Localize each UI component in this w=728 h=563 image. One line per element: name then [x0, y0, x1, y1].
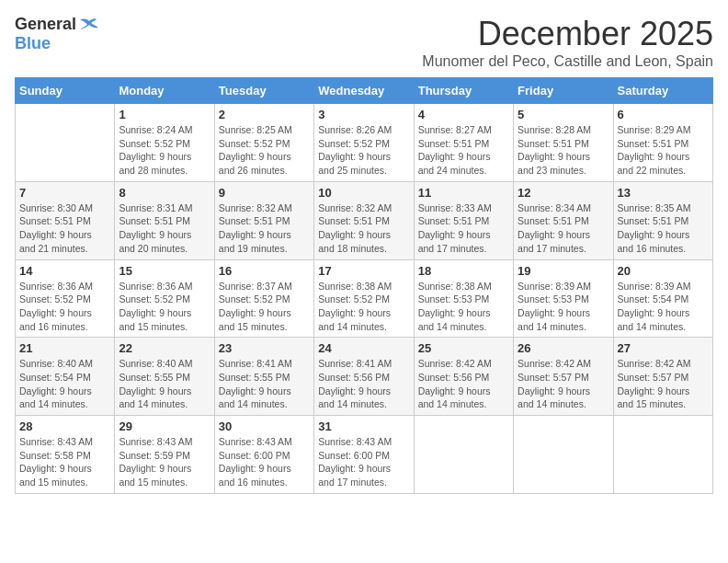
calendar-header-row: SundayMondayTuesdayWednesdayThursdayFrid…	[16, 78, 713, 104]
day-number: 27	[618, 341, 709, 355]
location-subtitle: Munomer del Peco, Castille and Leon, Spa…	[422, 53, 713, 70]
day-info: Sunrise: 8:42 AM Sunset: 5:56 PM Dayligh…	[418, 357, 509, 411]
calendar-week-2: 7Sunrise: 8:30 AM Sunset: 5:51 PM Daylig…	[16, 181, 713, 259]
calendar-cell: 1Sunrise: 8:24 AM Sunset: 5:52 PM Daylig…	[115, 104, 214, 182]
calendar-cell: 16Sunrise: 8:37 AM Sunset: 5:52 PM Dayli…	[214, 259, 313, 338]
day-info: Sunrise: 8:37 AM Sunset: 5:52 PM Dayligh…	[219, 280, 310, 334]
header-monday: Monday	[115, 78, 214, 104]
calendar-week-4: 21Sunrise: 8:40 AM Sunset: 5:54 PM Dayli…	[16, 338, 713, 416]
calendar-cell: 24Sunrise: 8:41 AM Sunset: 5:56 PM Dayli…	[314, 338, 414, 416]
calendar-cell: 11Sunrise: 8:33 AM Sunset: 5:51 PM Dayli…	[414, 181, 513, 259]
logo-bird-icon	[78, 17, 100, 32]
calendar-cell: 25Sunrise: 8:42 AM Sunset: 5:56 PM Dayli…	[414, 338, 513, 416]
day-number: 10	[318, 186, 409, 200]
calendar-cell: 15Sunrise: 8:36 AM Sunset: 5:52 PM Dayli…	[115, 259, 214, 338]
day-info: Sunrise: 8:43 AM Sunset: 6:00 PM Dayligh…	[219, 435, 310, 489]
day-number: 17	[318, 264, 409, 278]
day-info: Sunrise: 8:43 AM Sunset: 6:00 PM Dayligh…	[318, 435, 409, 489]
day-number: 21	[19, 341, 110, 355]
day-info: Sunrise: 8:40 AM Sunset: 5:55 PM Dayligh…	[119, 357, 210, 411]
day-info: Sunrise: 8:32 AM Sunset: 5:51 PM Dayligh…	[318, 201, 409, 256]
day-info: Sunrise: 8:30 AM Sunset: 5:51 PM Dayligh…	[19, 201, 110, 256]
day-number: 3	[318, 108, 409, 121]
calendar-cell	[414, 416, 513, 494]
day-number: 13	[618, 186, 709, 200]
calendar-week-1: 1Sunrise: 8:24 AM Sunset: 5:52 PM Daylig…	[16, 104, 713, 182]
day-info: Sunrise: 8:43 AM Sunset: 5:58 PM Dayligh…	[19, 435, 110, 489]
calendar-cell: 26Sunrise: 8:42 AM Sunset: 5:57 PM Dayli…	[514, 338, 613, 416]
calendar-cell: 7Sunrise: 8:30 AM Sunset: 5:51 PM Daylig…	[16, 181, 115, 259]
calendar-cell: 27Sunrise: 8:42 AM Sunset: 5:57 PM Dayli…	[613, 338, 712, 416]
day-info: Sunrise: 8:36 AM Sunset: 5:52 PM Dayligh…	[19, 280, 110, 334]
day-info: Sunrise: 8:31 AM Sunset: 5:51 PM Dayligh…	[119, 201, 210, 256]
day-info: Sunrise: 8:41 AM Sunset: 5:56 PM Dayligh…	[318, 357, 409, 411]
calendar-cell	[16, 104, 115, 182]
day-number: 31	[318, 419, 409, 433]
day-number: 6	[618, 108, 709, 121]
day-number: 28	[19, 419, 110, 433]
day-number: 20	[618, 264, 709, 278]
day-info: Sunrise: 8:39 AM Sunset: 5:53 PM Dayligh…	[518, 280, 609, 334]
day-info: Sunrise: 8:29 AM Sunset: 5:51 PM Dayligh…	[618, 123, 709, 178]
calendar-cell: 5Sunrise: 8:28 AM Sunset: 5:51 PM Daylig…	[514, 104, 613, 182]
day-number: 1	[119, 108, 210, 121]
day-number: 7	[19, 186, 110, 200]
day-number: 25	[418, 341, 509, 355]
calendar-cell: 13Sunrise: 8:35 AM Sunset: 5:51 PM Dayli…	[613, 181, 712, 259]
day-number: 16	[219, 264, 310, 278]
day-info: Sunrise: 8:24 AM Sunset: 5:52 PM Dayligh…	[119, 123, 210, 178]
day-number: 22	[119, 341, 210, 355]
header-sunday: Sunday	[16, 78, 115, 104]
day-info: Sunrise: 8:32 AM Sunset: 5:51 PM Dayligh…	[219, 201, 310, 256]
day-number: 12	[518, 186, 609, 200]
day-number: 8	[119, 186, 210, 200]
calendar-cell	[613, 416, 712, 494]
day-info: Sunrise: 8:33 AM Sunset: 5:51 PM Dayligh…	[418, 201, 509, 256]
logo: General Blue	[15, 15, 100, 53]
day-number: 4	[418, 108, 509, 121]
calendar-cell: 23Sunrise: 8:41 AM Sunset: 5:55 PM Dayli…	[214, 338, 313, 416]
header-friday: Friday	[514, 78, 613, 104]
header-saturday: Saturday	[613, 78, 712, 104]
day-number: 24	[318, 341, 409, 355]
day-info: Sunrise: 8:43 AM Sunset: 5:59 PM Dayligh…	[119, 435, 210, 489]
header: General Blue December 2025 Munomer del P…	[15, 15, 713, 70]
day-info: Sunrise: 8:38 AM Sunset: 5:52 PM Dayligh…	[318, 280, 409, 334]
day-number: 23	[219, 341, 310, 355]
calendar-cell: 4Sunrise: 8:27 AM Sunset: 5:51 PM Daylig…	[414, 104, 513, 182]
calendar-cell: 12Sunrise: 8:34 AM Sunset: 5:51 PM Dayli…	[514, 181, 613, 259]
day-info: Sunrise: 8:34 AM Sunset: 5:51 PM Dayligh…	[518, 201, 609, 256]
day-info: Sunrise: 8:42 AM Sunset: 5:57 PM Dayligh…	[618, 357, 709, 411]
header-tuesday: Tuesday	[214, 78, 313, 104]
calendar-cell: 21Sunrise: 8:40 AM Sunset: 5:54 PM Dayli…	[16, 338, 115, 416]
day-info: Sunrise: 8:35 AM Sunset: 5:51 PM Dayligh…	[618, 201, 709, 256]
calendar-cell: 6Sunrise: 8:29 AM Sunset: 5:51 PM Daylig…	[613, 104, 712, 182]
calendar-cell: 29Sunrise: 8:43 AM Sunset: 5:59 PM Dayli…	[115, 416, 214, 494]
calendar-cell: 14Sunrise: 8:36 AM Sunset: 5:52 PM Dayli…	[16, 259, 115, 338]
calendar-cell: 18Sunrise: 8:38 AM Sunset: 5:53 PM Dayli…	[414, 259, 513, 338]
calendar-table: SundayMondayTuesdayWednesdayThursdayFrid…	[15, 77, 713, 494]
calendar-cell: 9Sunrise: 8:32 AM Sunset: 5:51 PM Daylig…	[214, 181, 313, 259]
calendar-cell: 20Sunrise: 8:39 AM Sunset: 5:54 PM Dayli…	[613, 259, 712, 338]
day-number: 29	[119, 419, 210, 433]
day-info: Sunrise: 8:42 AM Sunset: 5:57 PM Dayligh…	[518, 357, 609, 411]
day-number: 18	[418, 264, 509, 278]
calendar-cell: 2Sunrise: 8:25 AM Sunset: 5:52 PM Daylig…	[214, 104, 313, 182]
calendar-cell: 3Sunrise: 8:26 AM Sunset: 5:52 PM Daylig…	[314, 104, 414, 182]
title-area: December 2025 Munomer del Peco, Castille…	[422, 15, 713, 70]
day-info: Sunrise: 8:41 AM Sunset: 5:55 PM Dayligh…	[219, 357, 310, 411]
day-number: 26	[518, 341, 609, 355]
day-info: Sunrise: 8:40 AM Sunset: 5:54 PM Dayligh…	[19, 357, 110, 411]
day-number: 19	[518, 264, 609, 278]
calendar-cell: 17Sunrise: 8:38 AM Sunset: 5:52 PM Dayli…	[314, 259, 414, 338]
day-info: Sunrise: 8:39 AM Sunset: 5:54 PM Dayligh…	[618, 280, 709, 334]
calendar-week-3: 14Sunrise: 8:36 AM Sunset: 5:52 PM Dayli…	[16, 259, 713, 338]
day-info: Sunrise: 8:36 AM Sunset: 5:52 PM Dayligh…	[119, 280, 210, 334]
calendar-cell: 8Sunrise: 8:31 AM Sunset: 5:51 PM Daylig…	[115, 181, 214, 259]
day-info: Sunrise: 8:26 AM Sunset: 5:52 PM Dayligh…	[318, 123, 409, 178]
calendar-cell: 30Sunrise: 8:43 AM Sunset: 6:00 PM Dayli…	[214, 416, 313, 494]
calendar-cell: 19Sunrise: 8:39 AM Sunset: 5:53 PM Dayli…	[514, 259, 613, 338]
day-number: 9	[219, 186, 310, 200]
day-number: 11	[418, 186, 509, 200]
header-thursday: Thursday	[414, 78, 513, 104]
